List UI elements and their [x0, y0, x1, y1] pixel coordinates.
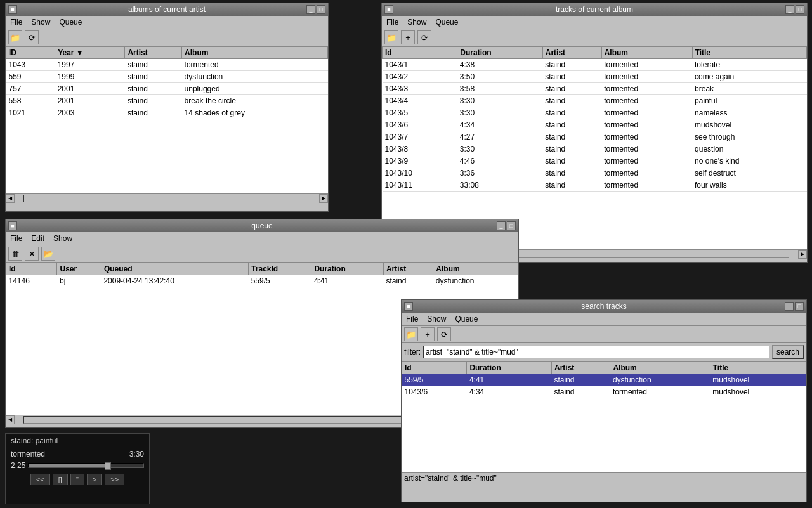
player-stop-btn[interactable]: []	[53, 474, 68, 485]
player-progress-bar[interactable]	[28, 463, 144, 468]
tracks-menu-file[interactable]: File	[384, 17, 400, 27]
tracks-row[interactable]: 1043/23:50staindtormentedcome again	[383, 71, 807, 83]
queue-scroll-left[interactable]: ◀	[6, 415, 15, 424]
queue-folder-icon[interactable]: 📂	[41, 247, 55, 261]
queue-col-queued[interactable]: Queued	[101, 263, 248, 275]
tracks-row[interactable]: 1043/14:38staindtormentedtolerate	[383, 59, 807, 71]
search-folder-icon[interactable]: 📁	[404, 327, 418, 341]
albums-scrollbar[interactable]: ◀ ▶	[6, 193, 328, 202]
albums-scroll-track[interactable]	[23, 195, 310, 202]
albums-scroll-right[interactable]: ▶	[319, 194, 328, 203]
search-max-btn[interactable]: □	[795, 302, 804, 311]
tracks-folder-icon[interactable]: 📁	[384, 30, 398, 44]
albums-max-btn[interactable]: □	[317, 5, 325, 14]
player-progress-thumb[interactable]	[105, 462, 111, 470]
search-menu-file[interactable]: File	[404, 314, 420, 324]
albums-toolbar: 📁 ⟳	[6, 29, 328, 46]
tracks-row[interactable]: 1043/103:36staindtormentedself destruct	[383, 167, 807, 179]
tracks-col-duration[interactable]: Duration	[457, 47, 542, 59]
albums-min-btn[interactable]: _	[306, 5, 315, 14]
search-menu-queue[interactable]: Queue	[453, 314, 480, 324]
queue-col-id[interactable]: Id	[6, 263, 57, 275]
queue-clear-icon[interactable]: ✕	[25, 247, 39, 261]
albums-refresh-icon[interactable]: ⟳	[25, 30, 39, 44]
queue-menu-file[interactable]: File	[8, 233, 24, 244]
queue-menu-show[interactable]: Show	[51, 233, 74, 244]
tracks-row[interactable]: 1043/43:30staindtormentedpainful	[383, 95, 807, 107]
albums-row[interactable]: 10431997staindtormented	[6, 59, 328, 71]
queue-max-btn[interactable]: □	[507, 221, 516, 230]
albums-folder-icon[interactable]: 📁	[8, 30, 22, 44]
player-play-btn[interactable]: >	[87, 474, 102, 485]
player-progress-row: 2:25	[6, 460, 149, 471]
search-col-title[interactable]: Title	[710, 362, 806, 374]
albums-table-area[interactable]: ID Year ▼ Artist Album 10431997staindtor…	[6, 46, 328, 193]
queue-col-album[interactable]: Album	[433, 263, 518, 275]
tracks-row[interactable]: 1043/1133:08staindtormentedfour walls	[383, 179, 807, 192]
albums-col-album[interactable]: Album	[182, 47, 328, 59]
tracks-col-album[interactable]: Album	[601, 47, 692, 59]
tracks-add-icon[interactable]: +	[401, 30, 415, 44]
albums-row[interactable]: 7572001staindunplugged	[6, 83, 328, 95]
queue-col-artist[interactable]: Artist	[383, 263, 433, 275]
tracks-menu-queue[interactable]: Queue	[433, 17, 460, 27]
queue-delete-icon[interactable]: 🗑	[8, 247, 22, 261]
search-col-album[interactable]: Album	[610, 362, 710, 374]
search-menu-show[interactable]: Show	[425, 314, 448, 324]
tracks-max-btn[interactable]: □	[796, 5, 804, 14]
player-elapsed: 2:25	[11, 461, 25, 470]
filter-label: filter:	[404, 348, 421, 356]
search-add-icon[interactable]: +	[421, 327, 435, 341]
albums-row[interactable]: 5582001staindbreak the circle	[6, 95, 328, 107]
search-row[interactable]: 1043/64:34staindtormentedmudshovel	[402, 386, 806, 398]
albums-row[interactable]: 10212003staind14 shades of grey	[6, 107, 328, 119]
search-row[interactable]: 559/54:41stainddysfunctionmudshovel	[402, 374, 806, 386]
queue-row[interactable]: 14146bj2009-04-24 13:42:40559/54:41stain…	[6, 275, 518, 287]
albums-menu-show[interactable]: Show	[29, 17, 52, 27]
albums-col-artist[interactable]: Artist	[125, 47, 182, 59]
player-pause-btn[interactable]: "	[70, 474, 84, 485]
player-track-name: tormented	[11, 450, 45, 459]
tracks-row[interactable]: 1043/94:46staindtormentedno one's kind	[383, 155, 807, 167]
tracks-col-title[interactable]: Title	[692, 47, 806, 59]
player-prev-btn[interactable]: <<	[30, 474, 50, 485]
queue-col-duration[interactable]: Duration	[311, 263, 383, 275]
tracks-row[interactable]: 1043/53:30staindtormentednameless	[383, 107, 807, 119]
albums-menu-queue[interactable]: Queue	[57, 17, 84, 27]
tracks-row[interactable]: 1043/83:30staindtormentedquestion	[383, 143, 807, 155]
search-min-btn[interactable]: _	[785, 302, 794, 311]
tracks-scroll-right[interactable]: ▶	[798, 250, 807, 259]
tracks-menu-show[interactable]: Show	[405, 17, 428, 27]
tracks-col-id[interactable]: Id	[383, 47, 457, 59]
queue-col-trackid[interactable]: TrackId	[249, 263, 311, 275]
queue-table: Id User Queued TrackId Duration Artist A…	[6, 263, 518, 287]
queue-min-btn[interactable]: _	[497, 221, 506, 230]
search-col-duration[interactable]: Duration	[467, 362, 552, 374]
queue-menu-edit[interactable]: Edit	[29, 233, 46, 244]
albums-close-btn[interactable]: ■	[8, 5, 17, 14]
queue-close-btn[interactable]: ■	[8, 221, 17, 230]
albums-scroll-left[interactable]: ◀	[6, 194, 15, 203]
search-button[interactable]: search	[772, 345, 804, 359]
tracks-min-btn[interactable]: _	[785, 5, 794, 14]
tracks-col-artist[interactable]: Artist	[542, 47, 601, 59]
albums-row[interactable]: 5591999stainddysfunction	[6, 71, 328, 83]
tracks-refresh-icon[interactable]: ⟳	[417, 30, 431, 44]
player-next-btn[interactable]: >>	[105, 474, 124, 485]
search-close-btn[interactable]: ■	[404, 302, 413, 311]
tracks-row[interactable]: 1043/74:27staindtormentedsee through	[383, 131, 807, 143]
albums-menu-file[interactable]: File	[8, 17, 24, 27]
tracks-close-btn[interactable]: ■	[384, 5, 393, 14]
search-col-id[interactable]: Id	[402, 362, 467, 374]
search-table-area[interactable]: Id Duration Artist Album Title 559/54:41…	[402, 361, 806, 472]
albums-col-year[interactable]: Year ▼	[55, 47, 125, 59]
filter-input[interactable]	[423, 346, 769, 358]
tracks-row[interactable]: 1043/64:34staindtormentedmudshovel	[383, 119, 807, 131]
tracks-row[interactable]: 1043/33:58staindtormentedbreak	[383, 83, 807, 95]
tracks-table: Id Duration Artist Album Title 1043/14:3…	[382, 46, 807, 192]
search-col-artist[interactable]: Artist	[552, 362, 610, 374]
search-refresh-icon[interactable]: ⟳	[437, 327, 451, 341]
queue-col-user[interactable]: User	[57, 263, 101, 275]
albums-col-id[interactable]: ID	[6, 47, 55, 59]
search-status-text: artist="staind" & title~"mud"	[404, 474, 497, 483]
